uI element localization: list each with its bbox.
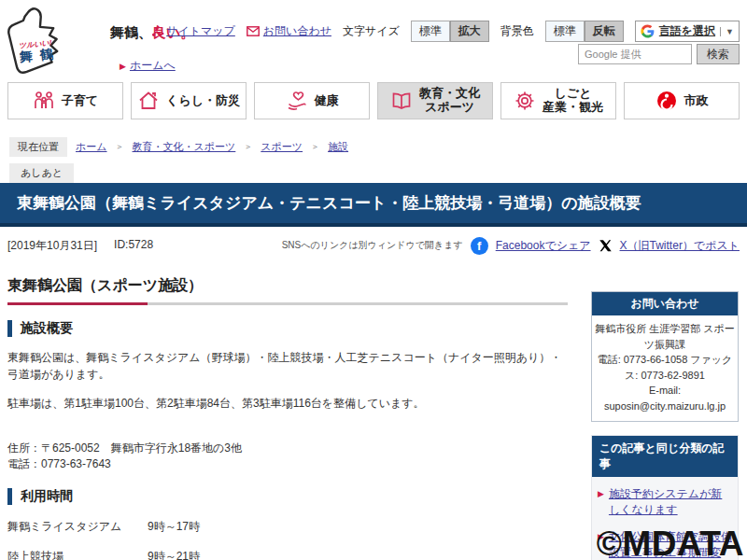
breadcrumb-label: 現在位置 <box>9 137 67 157</box>
contact-phone-fax: 電話: 0773-66-1058 ファックス: 0773-62-9891 <box>595 352 735 383</box>
tagline-main: 舞鶴、 <box>110 24 152 40</box>
nav-shigoto-sangyou-kankou[interactable]: しごと 産業・観光 <box>500 82 616 119</box>
sitemap-label[interactable]: サイトマップ <box>166 23 235 39</box>
hours-table: 舞鶴ミライスタジアム 9時～17時 陸上競技場 9時～21時 人工芝テニスコート… <box>7 519 568 560</box>
article-meta: [2019年10月31日] ID:5728 SNSへのリンクは別ウィンドウで開き… <box>7 234 740 257</box>
nav-label: くらし・防災 <box>166 94 240 108</box>
nav-label: 子育て <box>62 94 98 108</box>
mail-icon <box>247 26 260 36</box>
gear-icon <box>514 90 536 112</box>
font-size-control: 標準 拡大 <box>411 21 489 42</box>
breadcrumb-education[interactable]: 教育・文化・スポーツ <box>133 140 236 154</box>
bg-invert-button[interactable]: 反転 <box>585 21 624 42</box>
utility-bar: サイトマップ お問い合わせ 文字サイズ 標準 拡大 背景色 標準 反転 <box>151 21 740 42</box>
related-articles-heading: この記事と同じ分類の記事 <box>592 436 738 477</box>
overview-heading: 施設概要 <box>7 320 568 337</box>
triangle-icon: ▶ <box>598 488 604 519</box>
sitemap-link[interactable]: サイトマップ <box>151 23 235 39</box>
contact-box-heading: お問い合わせ <box>592 292 738 315</box>
contact-box: お問い合わせ 舞鶴市役所 生涯学習部 スポーツ振興課 電話: 0773-66-1… <box>591 291 739 422</box>
bg-standard-button[interactable]: 標準 <box>545 21 585 42</box>
book-icon <box>390 90 413 112</box>
breadcrumb-separator: ＞ <box>244 141 252 153</box>
google-icon <box>641 24 655 38</box>
search-button[interactable]: 検索 <box>697 44 740 64</box>
nav-kosodate[interactable]: 子育て <box>7 82 123 119</box>
font-size-label: 文字サイズ <box>343 23 400 39</box>
global-nav: 子育て くらし・防災 健康 教育・文化 スポーツ <box>7 82 740 119</box>
hours-time: 9時～17時 <box>148 519 200 535</box>
related-link-1[interactable]: 施設予約システムが新しくなります <box>609 486 732 519</box>
nav-label: 市政 <box>684 94 709 108</box>
overview-paragraph-2: 駐車場は、第1駐車場100台、第2駐車場84台、第3駐車場116台を整備していま… <box>7 395 568 412</box>
section-heading: 東舞鶴公園（スポーツ施設） <box>7 276 568 296</box>
language-label[interactable]: 言語を選択 <box>659 23 715 39</box>
breadcrumb-separator: ＞ <box>116 141 124 153</box>
city-logo[interactable]: ツルいい! 舞 鶴 <box>7 6 73 78</box>
heart-hand-icon <box>286 90 308 112</box>
article-id: ID:5728 <box>114 238 153 254</box>
site-header: ツルいい! 舞 鶴 舞鶴、良い。 ▶ ホームへ サイトマップ お問い合わせ 文字… <box>0 0 747 80</box>
triangle-icon: ▶ <box>120 62 126 71</box>
chevron-down-icon[interactable]: ▼ <box>720 27 734 36</box>
home-link[interactable]: ▶ ホームへ <box>120 58 176 74</box>
nav-kenkou[interactable]: 健康 <box>254 82 370 119</box>
nav-label: しごと 産業・観光 <box>543 87 603 115</box>
language-selector[interactable]: 言語を選択 ▼ <box>635 21 740 42</box>
x-twitter-icon[interactable] <box>599 239 613 253</box>
family-icon <box>33 90 55 112</box>
footprints-label[interactable]: あしあと <box>9 163 74 183</box>
x-post-link[interactable]: X（旧Twitter）でポスト <box>620 238 740 254</box>
site-search: 検索 <box>578 44 740 64</box>
main-content: 東舞鶴公園（スポーツ施設） 施設概要 東舞鶴公園は、舞鶴ミライスタジアム（野球場… <box>7 276 568 560</box>
contact-email-label: E-mail: <box>595 383 735 399</box>
bg-color-control: 標準 反転 <box>545 21 624 42</box>
font-large-button[interactable]: 拡大 <box>450 21 489 42</box>
hours-time: 9時～21時 <box>148 549 200 560</box>
nav-kyouiku-bunka-sports[interactable]: 教育・文化 スポーツ <box>377 82 493 119</box>
bg-color-label: 背景色 <box>500 23 534 39</box>
breadcrumb-sports[interactable]: スポーツ <box>261 140 303 154</box>
watermark: ©MDATA <box>597 525 744 560</box>
facility-address: 住所：〒625-0052 舞鶴市字行永18番地の3他 <box>7 441 568 456</box>
nav-label: 教育・文化 スポーツ <box>419 87 480 115</box>
facebook-icon[interactable]: f <box>471 237 488 255</box>
breadcrumb-separator: ＞ <box>311 141 319 153</box>
heading-underline <box>7 302 568 305</box>
table-row: 陸上競技場 9時～21時 <box>7 549 568 560</box>
city-emblem-icon <box>655 90 678 112</box>
house-icon <box>137 90 160 112</box>
hours-heading: 利用時間 <box>7 488 568 505</box>
hours-facility: 舞鶴ミライスタジアム <box>7 519 148 535</box>
facility-phone: 電話：0773-63-7643 <box>7 456 568 472</box>
hours-facility: 陸上競技場 <box>7 549 148 560</box>
font-standard-button[interactable]: 標準 <box>411 21 450 42</box>
table-row: 舞鶴ミライスタジアム 9時～17時 <box>7 519 568 535</box>
article-date: [2019年10月31日] <box>7 238 97 254</box>
breadcrumb-facilities[interactable]: 施設 <box>328 140 348 154</box>
contact-department: 舞鶴市役所 生涯学習部 スポーツ振興課 <box>595 321 735 352</box>
search-input[interactable] <box>578 44 692 64</box>
page-title: 東舞鶴公園（舞鶴ミライスタジアム・テニスコート・陸上競技場・弓道場）の施設概要 <box>0 183 747 227</box>
contact-email: suposin@city.maizuru.lg.jp <box>595 399 735 414</box>
contact-link[interactable]: お問い合わせ <box>247 23 331 39</box>
sidebar: お問い合わせ 舞鶴市役所 生涯学習部 スポーツ振興課 電話: 0773-66-1… <box>591 291 739 560</box>
sns-note: SNSへのリンクは別ウィンドウで開きます <box>282 239 463 252</box>
overview-paragraph-1: 東舞鶴公園は、舞鶴ミライスタジアム（野球場）・陸上競技場・人工芝テニスコート（ナ… <box>7 349 568 383</box>
contact-label[interactable]: お問い合わせ <box>263 23 331 39</box>
facebook-share-link[interactable]: Facebookでシェア <box>496 238 591 254</box>
home-link-label[interactable]: ホームへ <box>130 58 176 74</box>
breadcrumb-home[interactable]: ホーム <box>76 140 107 154</box>
sitemap-icon <box>151 26 162 37</box>
breadcrumb: 現在位置 ホーム ＞ 教育・文化・スポーツ ＞ スポーツ ＞ 施設 <box>9 137 348 157</box>
nav-label: 健康 <box>315 94 339 108</box>
nav-kurashi-bousai[interactable]: くらし・防災 <box>131 82 247 119</box>
nav-shisei[interactable]: 市政 <box>624 82 740 119</box>
list-item[interactable]: ▶ 施設予約システムが新しくなります <box>598 486 732 519</box>
